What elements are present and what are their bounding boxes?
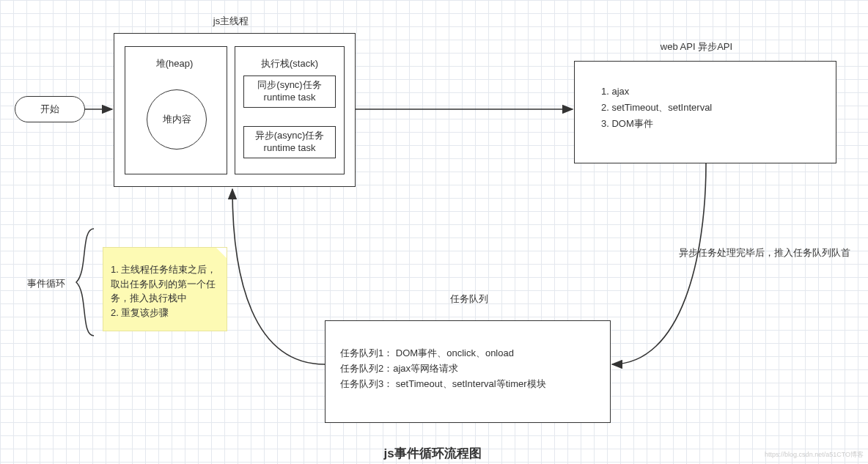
taskqueue-box: 任务队列1： DOM事件、onclick、onload 任务队列2：ajax等网… bbox=[325, 320, 611, 423]
async-task-text: 异步(async)任务 runtime task bbox=[255, 130, 325, 155]
async-task: 异步(async)任务 runtime task bbox=[243, 126, 336, 158]
mainthread-title: js主线程 bbox=[202, 15, 260, 28]
taskqueue-line-1: 任务队列1： DOM事件、onclick、onload bbox=[340, 346, 595, 361]
heap-circle: 堆内容 bbox=[147, 89, 207, 150]
watermark: https://blog.csdn.net/a51CTO博客 bbox=[765, 450, 864, 460]
note: 1. 主线程任务结束之后，取出任务队列的第一个任务，推入执行栈中 2. 重复该步… bbox=[103, 247, 227, 331]
webapi-box: 1. ajax 2. setTimeout、setInterval 3. DOM… bbox=[574, 61, 836, 163]
start-node: 开始 bbox=[15, 96, 85, 122]
webapi-item-1: 1. ajax bbox=[601, 84, 809, 100]
sync-task-text: 同步(sync)任务 runtime task bbox=[257, 79, 321, 104]
stack-title: 执行栈(stack) bbox=[249, 57, 330, 70]
webapi-item-3: 3. DOM事件 bbox=[601, 116, 809, 132]
webapi-item-2: 2. setTimeout、setInterval bbox=[601, 100, 809, 116]
heap-title: 堆(heap) bbox=[145, 57, 204, 70]
sync-task: 同步(sync)任务 runtime task bbox=[243, 76, 336, 108]
taskqueue-line-2: 任务队列2：ajax等网络请求 bbox=[340, 361, 595, 377]
note-line-1: 1. 主线程任务结束之后，取出任务队列的第一个任务，推入执行栈中 bbox=[111, 262, 222, 306]
taskqueue-line-3: 任务队列3： setTimeout、setInterval等timer模块 bbox=[340, 377, 595, 392]
edge-label-async-done: 异步任务处理完毕后，推入任务队列队首 bbox=[673, 246, 856, 259]
webapi-title: web API 异步API bbox=[616, 40, 777, 54]
heap-content: 堆内容 bbox=[163, 113, 191, 126]
note-line-2: 2. 重复该步骤 bbox=[111, 306, 222, 320]
start-label: 开始 bbox=[40, 103, 59, 116]
taskqueue-title: 任务队列 bbox=[440, 292, 499, 306]
footer-title: js事件循环流程图 bbox=[337, 445, 528, 462]
brace-icon bbox=[72, 227, 98, 337]
eventloop-label: 事件循环 bbox=[24, 277, 68, 290]
